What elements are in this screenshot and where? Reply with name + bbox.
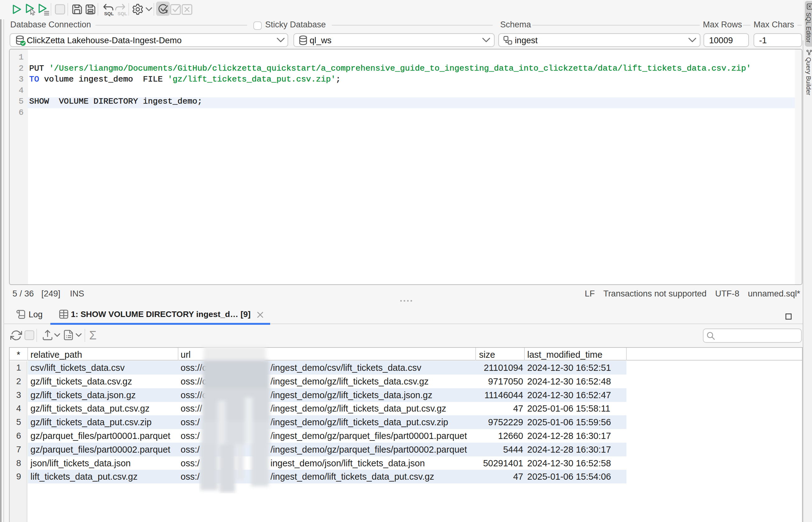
svg-text:SQL: SQL — [118, 11, 127, 16]
svg-text:SQL: SQL — [104, 11, 114, 16]
